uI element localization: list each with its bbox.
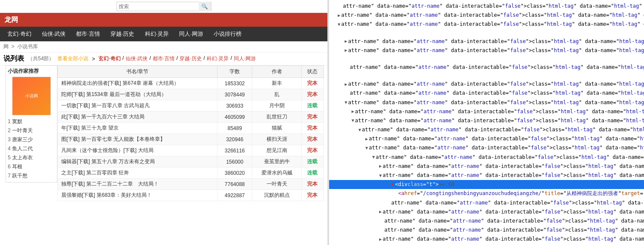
search-button[interactable]: 🔍 [199, 2, 211, 11]
cat-tongren[interactable]: 同人·网游 [234, 55, 256, 62]
tree-line[interactable]: ▶ attr-name" data-name="attr-name" data-… [329, 80, 644, 89]
expand-arrow[interactable]: ▶ [365, 136, 368, 143]
rec-name[interactable]: 跃千愁 [12, 173, 28, 179]
novel-title[interactable]: 凡间来（这个修士很危险）[下载] 大结局 [58, 145, 217, 156]
rec-name[interactable]: 寞默 [12, 118, 22, 124]
table-row[interactable]: 之主[下载] 第二百零四章 狂奔 3860020 爱潜水的乌贼 连载 [58, 167, 324, 179]
tree-line[interactable]: ●<div class="t"> == $0 [329, 180, 644, 189]
novel-title[interactable]: 编辑器[下载] 第五十八章 万古未有之变局 [58, 156, 217, 167]
novel-author[interactable]: 猫腻 [252, 123, 301, 134]
tree-line[interactable]: ▶ attr-name" data-name="attr-name" data-… [329, 46, 644, 55]
novel-author[interactable]: 乱 [252, 89, 301, 100]
expand-arrow[interactable]: ▼ [345, 99, 347, 106]
expand-arrow[interactable]: ▼ [338, 21, 340, 28]
expand-arrow[interactable]: ▶ [352, 108, 354, 115]
expand-arrow[interactable]: ▶ [379, 163, 382, 170]
rec-name[interactable]: 唐家三少 [12, 136, 33, 143]
table-row[interactable]: 陀师[下载] 第1534章 最后一道苍劫（大结局） 3078449 乱 完本 [58, 89, 324, 100]
novel-author[interactable]: 爱潜水的乌贼 [252, 167, 301, 179]
novel-title[interactable]: 独尊[下载] 第二千二百二十二章 大结局！ [58, 179, 217, 190]
tree-line[interactable]: ▼ attr-name" data-name="attr-name" data-… [329, 116, 644, 125]
novel-author[interactable]: 蚕茧里的牛 [252, 156, 301, 167]
novel-title[interactable]: 此[下载] 第一千九百六十三章 大结局 [58, 112, 217, 123]
tree-line[interactable]: attr-name" data-name="attr-name" data-in… [329, 226, 644, 235]
table-row[interactable]: 一切敌[下载] 第一百零八章 古武与超凡 306933 月中阴 连载 [58, 100, 324, 112]
novel-title[interactable]: 之主[下载] 第二百零四章 狂奔 [58, 167, 217, 179]
expand-arrow[interactable]: ▶ [379, 208, 382, 215]
tree-line[interactable]: attr-name" data-name="attr-name" data-in… [329, 89, 644, 98]
tree-line[interactable]: ▶ attr-name" data-name="attr-name" data-… [329, 162, 644, 171]
novel-title[interactable]: 年[下载] 第三十九章 望京 [58, 123, 217, 134]
view-all-link[interactable]: 查看全部小说 [57, 55, 88, 62]
table-row[interactable]: 凡间来（这个修士很危险）[下载] 大结局 3266116 想见江南 完本 [58, 145, 324, 156]
tree-line[interactable] [329, 29, 644, 37]
breadcrumb-home[interactable]: 网 [3, 43, 9, 50]
tree-line[interactable]: ▼ attr-name" data-name="attr-name" data-… [329, 98, 644, 107]
nav-item-kehuan[interactable]: 科幻·灵异 [140, 27, 174, 41]
expand-arrow[interactable]: ▼ [352, 117, 354, 124]
tree-line[interactable] [329, 72, 644, 80]
tree-line[interactable] [329, 55, 644, 63]
tree-line[interactable]: ▶ attr-name" data-name="attr-name" data-… [329, 235, 644, 244]
table-row[interactable]: 图[下载] 第一百零七章 无人能敌【本卷终章】 320946 横扫天涯 完本 [58, 134, 324, 145]
rec-name[interactable]: 太上布衣 [12, 155, 33, 161]
search-input[interactable] [117, 3, 199, 10]
nav-item-xuanhuan[interactable]: 玄幻·奇幻 [2, 27, 37, 41]
expand-arrow[interactable]: ▶ [345, 38, 347, 45]
tree-line[interactable]: ▶ attr-name" data-name="attr-name" data-… [329, 107, 644, 116]
novel-author[interactable]: 想见江南 [252, 145, 301, 156]
cat-chuanyue[interactable]: 穿越·历史 [179, 55, 201, 62]
tree-line[interactable]: attr-name" data-name="attr-name" data-in… [329, 2, 644, 11]
novel-author[interactable]: 一叶青天 [252, 179, 301, 190]
tree-line[interactable]: ▼ attr-name" data-name="attr-name" data-… [329, 153, 644, 162]
novel-title[interactable]: 图[下载] 第一百零七章 无人能敌【本卷终章】 [58, 134, 217, 145]
tree-line[interactable]: attr-name" data-name="attr-name" data-in… [329, 198, 644, 208]
table-row[interactable]: 精神病院走出的强者[下载] 第674章 谢幕（大结局） 1853302 新丰 完… [58, 78, 324, 89]
novel-title[interactable]: 一切敌[下载] 第一百零八章 古武与超凡 [58, 100, 217, 112]
expand-arrow[interactable]: ▼ [365, 145, 368, 152]
expand-arrow[interactable]: ▶ [345, 81, 347, 88]
novel-author[interactable]: 新丰 [252, 78, 301, 89]
table-row[interactable]: 编辑器[下载] 第五十八章 万古未有之变局 156000 蚕茧里的牛 连载 [58, 156, 324, 167]
tree-line[interactable]: ▶ attr-name" data-name="attr-name" data-… [329, 208, 644, 217]
tree-line[interactable]: attr-name" data-name="attr-name" data-in… [329, 63, 644, 72]
novel-title[interactable]: 晨强黎婚[下载] 第683章：美好大结局！ [58, 190, 217, 201]
tree-line[interactable]: ▶ attr-name" data-name="attr-name" data-… [329, 134, 644, 143]
novel-author[interactable]: 横扫天涯 [252, 134, 301, 145]
novel-author[interactable]: 乱世狂刀 [252, 112, 301, 123]
novel-title[interactable]: 精神病院走出的强者[下载] 第674章 谢幕（大结局） [58, 78, 217, 89]
nav-item-xianxia[interactable]: 仙侠·武侠 [37, 27, 71, 41]
tree-line[interactable]: ▼ attr-name" data-name="attr-name" data-… [329, 171, 644, 180]
tree-line[interactable]: ▼ attr-name" data-name="attr-name" data-… [329, 20, 644, 29]
nav-item-chuanyue[interactable]: 穿越·历史 [105, 27, 140, 41]
novel-author[interactable]: 月中阴 [252, 100, 301, 112]
expand-arrow[interactable]: ▼ [379, 172, 382, 179]
cat-xianxia[interactable]: 仙侠·武侠 [126, 55, 148, 62]
tree-line[interactable]: ▶ attr-name" data-name="attr-name" data-… [329, 37, 644, 46]
rec-name[interactable]: 耳根 [12, 164, 22, 170]
table-row[interactable]: 此[下载] 第一千九百六十三章 大结局 4605099 乱世狂刀 完本 [58, 112, 324, 123]
cat-xuanhuan[interactable]: 玄幻·奇幻 [98, 55, 120, 62]
expand-arrow[interactable]: ▶ [345, 47, 347, 54]
tree-line[interactable]: ▶ attr-name" data-name="attr-name" data-… [329, 11, 644, 20]
rec-name[interactable]: 鱼人二代 [12, 146, 33, 152]
nav-item-tongren[interactable]: 同人·网游 [174, 27, 208, 41]
cat-kehuan[interactable]: 科幻·灵异 [207, 55, 229, 62]
novel-author[interactable]: 沉默的糕点 [252, 190, 301, 201]
search-box[interactable]: 🔍 [116, 2, 211, 11]
expand-arrow[interactable]: ▼ [358, 127, 361, 133]
nav-item-paihang[interactable]: 小说排行榜 [208, 27, 247, 41]
nav-item-dushi[interactable]: 都市·言情 [71, 27, 105, 41]
rec-name[interactable]: 一叶青天 [12, 127, 33, 133]
novel-title[interactable]: 陀师[下载] 第1534章 最后一道苍劫（大结局） [58, 89, 217, 100]
tree-line[interactable]: attr-name" data-name="attr-name" data-in… [329, 217, 644, 226]
cat-dushi[interactable]: 都市·言情 [153, 55, 175, 62]
table-row[interactable]: 独尊[下载] 第二千二百二十二章 大结局！ 7764088 一叶青天 完本 [58, 179, 324, 190]
breadcrumb-lib[interactable]: 小说书库 [17, 43, 38, 50]
tree-line[interactable]: ▼ attr-name" data-name="attr-name" data-… [329, 143, 644, 152]
table-row[interactable]: 晨强黎婚[下载] 第683章：美好大结局！ 4922887 沉默的糕点 完本 [58, 190, 324, 201]
expand-arrow[interactable]: ▶ [379, 236, 382, 243]
expand-arrow[interactable]: ▶ [338, 12, 340, 19]
tree-line[interactable]: ▼ attr-name" data-name="attr-name" data-… [329, 125, 644, 134]
tree-line[interactable]: <a href="/congtingshenbingyuanzouchudeqi… [329, 189, 644, 198]
